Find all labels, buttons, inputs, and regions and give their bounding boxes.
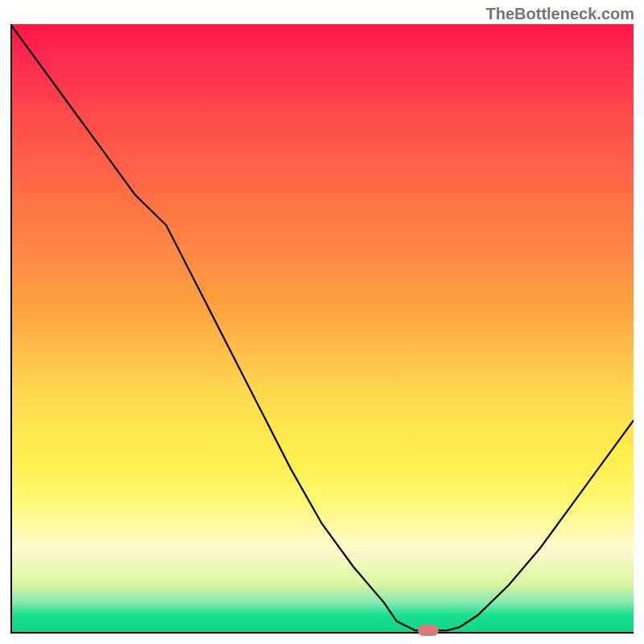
gradient-background [10,24,634,634]
watermark-text: TheBottleneck.com [486,5,634,23]
optimal-marker [418,625,439,636]
